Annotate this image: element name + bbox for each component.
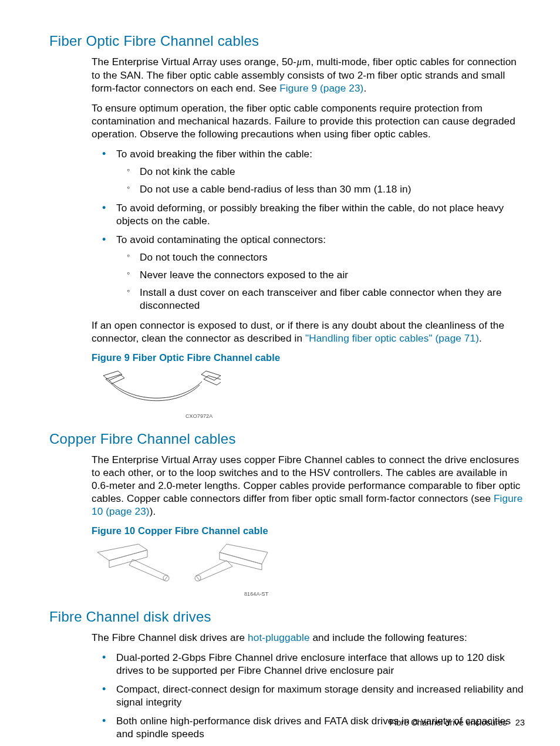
heading-copper: Copper Fibre Channel cables	[49, 431, 525, 447]
list-item: Never leave the connectors exposed to th…	[140, 268, 525, 281]
link-figure-9[interactable]: Figure 9 (page 23)	[279, 82, 363, 94]
list-item: Install a dust cover on each transceiver…	[140, 286, 525, 312]
bullet-list: Dual-ported 2-Gbps Fibre Channel drive e…	[92, 651, 525, 746]
link-handling-cables[interactable]: "Handling fiber optic cables" (page 71)	[305, 332, 479, 344]
paragraph: The Enterprise Virtual Array uses copper…	[92, 453, 525, 518]
text: The Fibre Channel disk drives are	[92, 632, 248, 643]
paragraph: The Fibre Channel disk drives are hot-pl…	[92, 631, 525, 644]
text: To avoid breaking the fiber within the c…	[116, 148, 312, 160]
list-item: Do not kink the cable	[140, 165, 525, 178]
figure-10-caption: Figure 10 Copper Fibre Channel cable	[92, 525, 525, 537]
list-item: To avoid deforming, or possibly breaking…	[116, 201, 525, 227]
section-body-copper: The Enterprise Virtual Array uses copper…	[92, 453, 525, 598]
mu-symbol: µ	[296, 56, 302, 67]
text: and include the following features:	[310, 632, 467, 643]
text: .	[479, 332, 482, 344]
figure-10-label: 8164A-ST	[244, 591, 525, 598]
list-item: Dual-ported 2-Gbps Fibre Channel drive e…	[116, 651, 525, 677]
text: To avoid contaminating the optical conne…	[116, 234, 326, 245]
text: The Enterprise Virtual Array uses copper…	[92, 454, 521, 504]
paragraph: The Enterprise Virtual Array uses orange…	[92, 55, 525, 94]
heading-disk-drives: Fibre Channel disk drives	[49, 609, 525, 625]
page-number: 23	[515, 718, 525, 727]
footer-text: Fibre Channel drive enclosures	[389, 718, 507, 727]
paragraph: If an open connector is exposed to dust,…	[92, 319, 525, 345]
list-item: Do not use a cable bend-radius of less t…	[140, 183, 525, 195]
list-item: To avoid contaminating the optical conne…	[116, 233, 525, 312]
link-hot-pluggable[interactable]: hot-pluggable	[248, 632, 309, 643]
bullet-list: To avoid breaking the fiber within the c…	[92, 147, 525, 312]
sub-bullet-list: Do not touch the connectors Never leave …	[116, 251, 525, 312]
sub-bullet-list: Do not kink the cable Do not use a cable…	[116, 165, 525, 195]
heading-fiber-optic: Fiber Optic Fibre Channel cables	[49, 33, 525, 49]
section-body-fiber-optic: The Enterprise Virtual Array uses orange…	[92, 55, 525, 420]
list-item: To avoid breaking the fiber within the c…	[116, 147, 525, 195]
page-footer: Fibre Channel drive enclosures23	[389, 718, 525, 727]
page: Fiber Optic Fibre Channel cables The Ent…	[0, 0, 560, 746]
figure-9-caption: Figure 9 Fiber Optic Fibre Channel cable	[92, 352, 525, 364]
section-body-disk-drives: The Fibre Channel disk drives are hot-pl…	[92, 631, 525, 746]
text: ).	[150, 505, 156, 517]
list-item: Do not touch the connectors	[140, 251, 525, 264]
paragraph: To ensure optimum operation, the fiber o…	[92, 102, 525, 140]
text: .	[363, 82, 366, 94]
figure-9-image	[92, 369, 221, 410]
text: The Enterprise Virtual Array uses orange…	[92, 56, 296, 67]
figure-9-label: CXO7972A	[185, 413, 525, 420]
figure-10-image	[92, 542, 274, 588]
list-item: Compact, direct-connect design for maxim…	[116, 683, 525, 708]
